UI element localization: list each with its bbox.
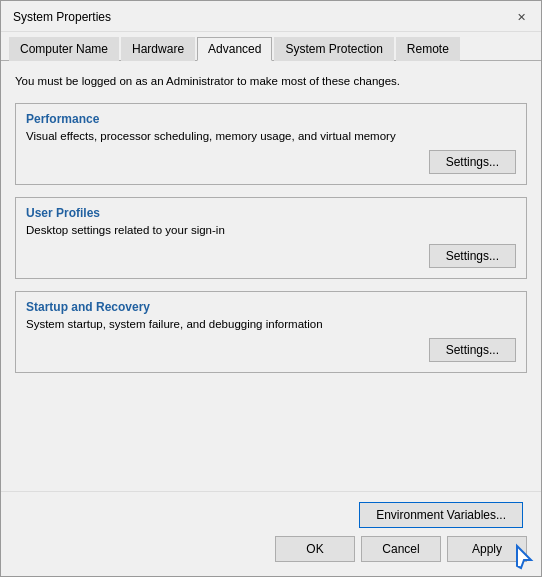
tab-computer-name[interactable]: Computer Name [9, 37, 119, 61]
performance-settings-button[interactable]: Settings... [429, 150, 516, 174]
close-button[interactable]: ✕ [513, 9, 529, 25]
title-bar: System Properties ✕ [1, 1, 541, 32]
cancel-button[interactable]: Cancel [361, 536, 441, 562]
env-variables-row: Environment Variables... [15, 502, 527, 528]
ok-button[interactable]: OK [275, 536, 355, 562]
user-profiles-title: User Profiles [26, 206, 516, 220]
user-profiles-settings-button[interactable]: Settings... [429, 244, 516, 268]
apply-button[interactable]: Apply [447, 536, 527, 562]
footer: Environment Variables... OK Cancel Apply [1, 491, 541, 576]
startup-recovery-settings-button[interactable]: Settings... [429, 338, 516, 362]
system-properties-window: System Properties ✕ Computer Name Hardwa… [0, 0, 542, 577]
info-message: You must be logged on as an Administrato… [15, 73, 527, 89]
performance-desc: Visual effects, processor scheduling, me… [26, 130, 516, 142]
performance-section: Performance Visual effects, processor sc… [15, 103, 527, 185]
tab-system-protection[interactable]: System Protection [274, 37, 393, 61]
user-profiles-section: User Profiles Desktop settings related t… [15, 197, 527, 279]
tab-hardware[interactable]: Hardware [121, 37, 195, 61]
window-title: System Properties [13, 10, 111, 24]
tabs-bar: Computer Name Hardware Advanced System P… [1, 32, 541, 61]
tab-remote[interactable]: Remote [396, 37, 460, 61]
environment-variables-button[interactable]: Environment Variables... [359, 502, 523, 528]
tab-advanced[interactable]: Advanced [197, 37, 272, 61]
tab-content: You must be logged on as an Administrato… [1, 61, 541, 491]
performance-title: Performance [26, 112, 516, 126]
startup-recovery-section: Startup and Recovery System startup, sys… [15, 291, 527, 373]
user-profiles-desc: Desktop settings related to your sign-in [26, 224, 516, 236]
startup-recovery-desc: System startup, system failure, and debu… [26, 318, 516, 330]
dialog-buttons-row: OK Cancel Apply [15, 536, 527, 562]
startup-recovery-title: Startup and Recovery [26, 300, 516, 314]
